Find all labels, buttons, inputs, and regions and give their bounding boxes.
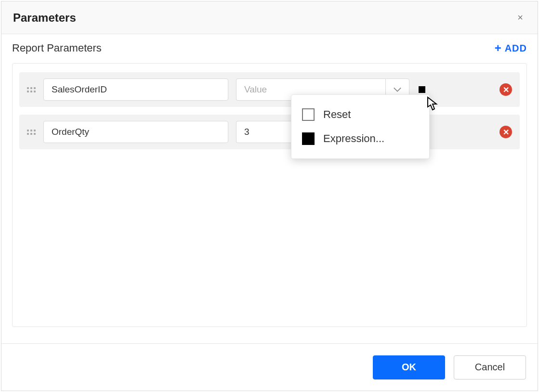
dialog-title: Parameters xyxy=(13,11,76,25)
popup-item-label: Expression... xyxy=(323,132,384,145)
popup-item-label: Reset xyxy=(323,108,351,121)
dialog-header: Parameters × xyxy=(1,1,538,34)
parameter-name-input[interactable] xyxy=(43,121,228,143)
drag-handle-icon[interactable] xyxy=(27,84,36,95)
dialog-body: Report Parameters + ADD xyxy=(1,34,538,343)
parameter-name-input[interactable] xyxy=(43,78,228,101)
remove-icon: ✕ xyxy=(503,128,509,137)
parameter-row: ✕ xyxy=(19,115,520,149)
section-title: Report Parameters xyxy=(12,42,102,54)
parameters-dialog: Parameters × Report Parameters + ADD xyxy=(1,1,538,391)
remove-icon: ✕ xyxy=(503,85,509,94)
remove-button[interactable]: ✕ xyxy=(500,126,512,138)
empty-swatch-icon xyxy=(302,108,315,121)
add-button-label: ADD xyxy=(505,43,527,54)
remove-button[interactable]: ✕ xyxy=(500,83,512,96)
expression-indicator[interactable] xyxy=(417,86,427,93)
cancel-button[interactable]: Cancel xyxy=(454,355,526,379)
chevron-down-icon xyxy=(393,87,402,92)
add-button[interactable]: + ADD xyxy=(495,42,527,54)
drag-handle-icon[interactable] xyxy=(27,126,36,138)
dialog-footer: OK Cancel xyxy=(1,343,538,391)
parameter-row: ✕ xyxy=(19,72,520,107)
expression-popup: Reset Expression... xyxy=(291,94,430,159)
popup-item-reset[interactable]: Reset xyxy=(291,103,429,127)
popup-item-expression[interactable]: Expression... xyxy=(291,127,429,151)
solid-swatch-icon xyxy=(302,132,315,145)
section-header: Report Parameters + ADD xyxy=(12,42,527,54)
expression-icon xyxy=(419,86,425,93)
plus-icon: + xyxy=(495,42,502,54)
parameters-panel: ✕ ✕ xyxy=(12,63,527,327)
close-icon[interactable]: × xyxy=(514,9,526,26)
ok-button[interactable]: OK xyxy=(373,355,445,379)
